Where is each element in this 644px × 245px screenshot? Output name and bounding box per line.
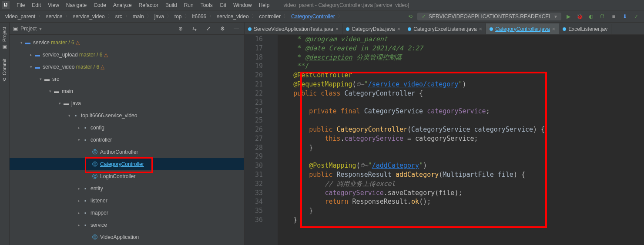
tree-row[interactable]: ▾▬src	[10, 73, 244, 85]
chevron-right-icon[interactable]: ▸	[76, 199, 82, 203]
tree-row[interactable]: ⒸCategoryController	[10, 158, 244, 170]
chevron-down-icon[interactable]: ▾	[57, 101, 63, 106]
editor-tab[interactable]: ServiceVideoApplicationTests.java×	[245, 23, 342, 34]
tree-row[interactable]: ▸▪service	[10, 219, 244, 231]
close-icon[interactable]: ×	[335, 26, 339, 32]
menu-git[interactable]: Git	[216, 1, 230, 9]
build-icon[interactable]: ⟲	[406, 12, 415, 21]
menu-build[interactable]: Build	[162, 1, 181, 9]
code-line[interactable]: }	[278, 206, 644, 215]
code-area[interactable]: * @program video_parent * @date Created …	[278, 35, 644, 245]
menu-tools[interactable]: Tools	[197, 1, 216, 9]
breadcrumb-item[interactable]: service_video	[215, 13, 250, 20]
tree-row[interactable]: ▾▬service master / 6 △	[10, 36, 244, 49]
breadcrumb-item[interactable]: service_video	[71, 13, 106, 20]
code-line[interactable]: @PostMapping(©~"/addCategory")	[278, 161, 644, 170]
chevron-down-icon[interactable]: ▾	[47, 89, 53, 93]
code-line[interactable]	[278, 116, 644, 125]
chevron-down-icon[interactable]: ▾	[76, 138, 82, 142]
code-line[interactable]	[278, 98, 644, 107]
menu-window[interactable]: Window	[230, 1, 255, 9]
menu-code[interactable]: Code	[90, 1, 110, 9]
close-icon[interactable]: ×	[552, 26, 556, 32]
code-line[interactable]: @RestController	[278, 71, 644, 80]
tree-row[interactable]: ▸▪mapper	[10, 207, 244, 219]
stop-icon[interactable]: ■	[609, 12, 618, 21]
menu-refactor[interactable]: Refactor	[135, 1, 162, 9]
collapse-all-icon[interactable]: ⤢	[204, 24, 213, 33]
chevron-right-icon[interactable]: ▸	[76, 186, 82, 191]
breadcrumb-item[interactable]: service	[44, 13, 64, 20]
menu-analyze[interactable]: Analyze	[110, 1, 135, 9]
breadcrumb-item[interactable]: video_parent	[3, 13, 37, 20]
hide-icon[interactable]: —	[232, 24, 241, 33]
settings-icon[interactable]: ⚙	[218, 24, 227, 33]
tree-row[interactable]: ▸▪entity	[10, 182, 244, 195]
breadcrumb-item[interactable]: CategoryController	[289, 13, 337, 20]
tree-row[interactable]: ▾▪controller	[10, 134, 244, 146]
code-line[interactable]: * @date Created in 2021/4/4 2:27	[278, 44, 644, 53]
code-line[interactable]: public ResponseResult addCategory(Multip…	[278, 170, 644, 179]
close-icon[interactable]: ×	[397, 26, 401, 32]
editor-tab[interactable]: CategoryExcelListener.java×	[404, 23, 486, 34]
tree-row[interactable]: ▸▪config	[10, 122, 244, 134]
git-commit-icon[interactable]: ✓	[632, 12, 641, 21]
code-line[interactable]: public CategoryController(CategoryServic…	[278, 125, 644, 134]
breadcrumb-item[interactable]: it6666	[191, 13, 208, 20]
chevron-right-icon[interactable]: ▸	[76, 223, 82, 227]
run-configuration-selector[interactable]: ✓ SERVICEVIDEOAPPLICATIONTESTS.READEXCEL…	[417, 13, 561, 20]
coverage-icon[interactable]: ◐	[587, 12, 595, 21]
menu-help[interactable]: Help	[255, 1, 273, 9]
breadcrumb-item[interactable]: main	[131, 13, 146, 20]
code-line[interactable]: * @description 分类管理控制器	[278, 53, 644, 62]
tree-row[interactable]: ▸▬service_upload master / 6 △	[10, 49, 244, 61]
chevron-right-icon[interactable]: ▸	[28, 53, 34, 57]
chevron-down-icon[interactable]: ▾	[66, 113, 72, 118]
editor-tab[interactable]: CategoryController.java×	[486, 23, 559, 34]
code-line[interactable]: * @program video_parent	[278, 35, 644, 44]
tree-row[interactable]: ⒸLoginController	[10, 170, 244, 182]
menu-file[interactable]: File	[13, 1, 28, 9]
profiler-icon[interactable]: ⏱	[598, 12, 607, 21]
breadcrumb-item[interactable]: java	[153, 13, 166, 20]
code-line[interactable]: return ResponseResult.ok();	[278, 197, 644, 206]
editor-tab[interactable]: CategoryData.java×	[342, 23, 404, 34]
code-line[interactable]: **/	[278, 62, 644, 71]
menu-view[interactable]: View	[44, 1, 63, 9]
project-tool-button[interactable]: ▣Project	[0, 23, 8, 54]
tree-row[interactable]: ▾▬java	[10, 97, 244, 109]
chevron-down-icon[interactable]: ▾	[18, 40, 24, 45]
breadcrumb-item[interactable]: src	[114, 13, 124, 20]
code-line[interactable]: this.categoryService = categoryService;	[278, 134, 644, 143]
project-tree[interactable]: ▾▬service master / 6 △▸▬service_upload m…	[10, 35, 244, 245]
tree-row[interactable]: ⒸAuthorController	[10, 146, 244, 158]
tree-row[interactable]: ▾▪top.it6666.service_video	[10, 109, 244, 122]
project-header-label[interactable]: Project	[20, 26, 37, 32]
chevron-right-icon[interactable]: ▸	[76, 126, 82, 130]
editor-tab[interactable]: ExcelListener.jav	[559, 24, 611, 34]
tree-row[interactable]: ▾▬service_video master / 6 △	[10, 61, 244, 73]
chevron-right-icon[interactable]: ▸	[76, 211, 82, 215]
project-dropdown-icon[interactable]: ▣	[13, 26, 18, 32]
code-line[interactable]: public class CategoryController {	[278, 89, 644, 98]
menu-run[interactable]: Run	[181, 1, 197, 9]
editor-body[interactable]: 1617181920212223242526272829303132333435…	[245, 35, 644, 245]
expand-all-icon[interactable]: ⇆	[190, 24, 199, 33]
chevron-down-icon[interactable]: ▾	[37, 77, 44, 81]
breadcrumb-item[interactable]: controller	[258, 13, 282, 20]
menu-navigate[interactable]: Navigate	[63, 1, 90, 9]
tree-row[interactable]: ⒸVideoApplication	[10, 231, 244, 243]
tree-row[interactable]: ▸▪listener	[10, 195, 244, 207]
run-icon[interactable]: ▶	[564, 12, 573, 21]
menu-edit[interactable]: Edit	[28, 1, 44, 9]
code-line[interactable]: // 调用业务上传excel	[278, 179, 644, 189]
tree-row[interactable]: ▾▬main	[10, 85, 244, 97]
select-opened-file-icon[interactable]: ⊕	[176, 24, 185, 33]
code-line[interactable]: private final CategoryService categorySe…	[278, 107, 644, 116]
code-line[interactable]: @RequestMapping(©~"/service_video/catego…	[278, 80, 644, 89]
code-line[interactable]: categoryService.saveCategory(file);	[278, 189, 644, 198]
commit-tool-button[interactable]: ⟲Commit	[0, 54, 8, 86]
debug-icon[interactable]: 🐞	[575, 12, 584, 21]
code-line[interactable]: }	[278, 215, 644, 225]
code-line[interactable]	[278, 152, 644, 161]
